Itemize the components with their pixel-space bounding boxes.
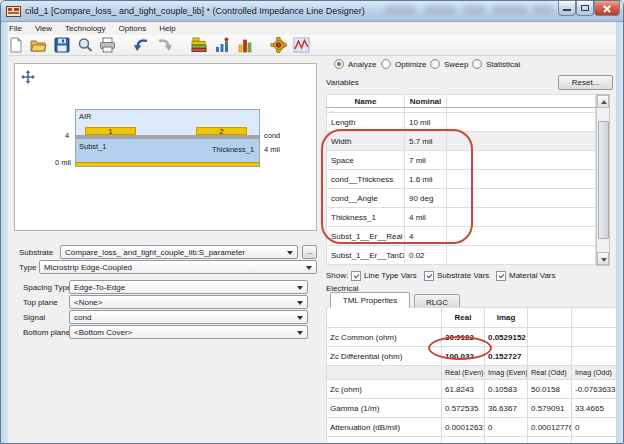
table-row: Gamma (1/m)0.572535 36.63670.57909133.46… — [327, 399, 618, 418]
electrical-tabs: TML Properties RLGC — [326, 292, 618, 308]
checkbox-material-vars-label[interactable]: Material Vars — [509, 271, 556, 280]
substrate-label: Substrate — [19, 248, 53, 257]
cross-section-canvas[interactable]: 1 2 AIR 4 cond Subst_1 Thickness_1 4 mil… — [14, 63, 317, 231]
close-button[interactable] — [594, 1, 620, 16]
scrollbar-thumb[interactable] — [598, 121, 609, 239]
col-header-name[interactable]: Name — [327, 95, 405, 108]
menu-technology[interactable]: Technology — [65, 24, 105, 33]
menu-file[interactable]: File — [9, 24, 22, 33]
chevron-down-icon — [297, 301, 303, 305]
variables-scrollbar[interactable] — [596, 94, 610, 266]
type-select[interactable]: Microstrip Edge-Coupled — [39, 260, 317, 274]
bottom-plane-select[interactable]: <Bottom Cover> — [69, 325, 308, 339]
analyze-chart-icon[interactable] — [212, 36, 231, 55]
trace-1[interactable]: 1 — [85, 127, 136, 135]
radio-sweep[interactable] — [430, 59, 440, 69]
signal-select[interactable]: cond — [69, 310, 308, 324]
reset-button[interactable]: Reset... — [558, 75, 613, 90]
scroll-up-button[interactable] — [597, 95, 609, 108]
menu-view[interactable]: View — [35, 24, 52, 33]
print-icon[interactable] — [98, 36, 117, 55]
scroll-down-button[interactable] — [597, 252, 609, 265]
redo-icon[interactable] — [155, 36, 174, 55]
trace-2[interactable]: 2 — [196, 127, 247, 135]
maximize-button[interactable] — [576, 1, 594, 16]
tab-rlgc[interactable]: RLGC — [414, 294, 460, 308]
redacted-blob — [463, 5, 485, 15]
substrate-select[interactable]: Compare_loss_ and_tight_couple_lib:S_par… — [60, 245, 298, 259]
chevron-down-icon — [306, 266, 312, 270]
cond-label: cond — [264, 131, 280, 140]
variables-section-label: Variables — [326, 78, 359, 87]
radio-statistical[interactable] — [472, 59, 482, 69]
window-title: cild_1 [Compare_loss_ and_tight_couple_l… — [25, 6, 365, 16]
substrate-browse-button[interactable]: ... — [302, 245, 317, 259]
table-row: Attenuation (dB/mil)0.000126314 00.00012… — [327, 418, 618, 437]
top-plane-select[interactable]: <None> — [69, 295, 308, 309]
redacted-blob — [493, 5, 527, 15]
thickness-value: 4 mil — [264, 145, 280, 154]
bottom-plane-label: Bottom plane — [23, 328, 70, 337]
title-bar: cild_1 [Compare_loss_ and_tight_couple_l… — [1, 1, 624, 22]
table-row: Zc (ohm)61.8243 0.1058350.0158-0.0763633 — [327, 380, 618, 399]
type-label: Type — [19, 263, 36, 272]
menu-help[interactable]: Help — [159, 24, 175, 33]
analysis-pane: Analyze Optimize Sweep Statistical Varia… — [326, 56, 618, 444]
spacing-type-select[interactable]: Edge-To-Edge — [69, 280, 308, 294]
table-row[interactable]: Width5.7 mil — [327, 132, 596, 151]
checkbox-substrate-vars-label[interactable]: Substrate Vars — [437, 271, 489, 280]
table-row[interactable]: Space7 mil — [327, 151, 596, 170]
save-icon[interactable] — [52, 36, 71, 55]
air-label: AIR — [79, 112, 92, 121]
table-row[interactable]: cond__Thickness1.6 mil — [327, 170, 596, 189]
col-header-nominal[interactable]: Nominal — [405, 95, 447, 108]
checkbox-line-type-vars[interactable] — [351, 271, 361, 281]
signal-label: Signal — [23, 313, 45, 322]
subst-label: Subst_1 — [79, 142, 107, 151]
checkbox-substrate-vars[interactable] — [424, 271, 434, 281]
new-document-icon[interactable] — [6, 36, 25, 55]
radio-analyze[interactable] — [334, 59, 344, 69]
show-row: Show: Line Type Vars Substrate Vars Mate… — [326, 270, 618, 282]
move-cursor-icon[interactable] — [21, 70, 35, 84]
table-row[interactable]: Subst_1__Er__TanD0.02 — [327, 246, 596, 265]
chevron-down-icon — [297, 316, 303, 320]
radio-optimize-label[interactable]: Optimize — [395, 60, 427, 69]
menu-options[interactable]: Options — [119, 24, 147, 33]
stackup-outline — [75, 109, 260, 167]
table-row[interactable]: cond__Angle90 deg — [327, 189, 596, 208]
open-folder-icon[interactable] — [29, 36, 48, 55]
table-row[interactable]: Thickness_14 mil — [327, 208, 596, 227]
thickness-label: Thickness_1 — [212, 145, 254, 154]
results-chart-icon[interactable] — [235, 36, 254, 55]
zoom-icon[interactable] — [75, 36, 94, 55]
radio-optimize[interactable] — [381, 59, 391, 69]
tml-properties-table: RealImag Zc Common (ohm)30.9122 0.052915… — [326, 307, 618, 444]
app-window: cild_1 [Compare_loss_ and_tight_couple_l… — [0, 0, 624, 444]
settings-gear-icon[interactable] — [269, 36, 288, 55]
substrate-stack-icon[interactable] — [189, 36, 208, 55]
tick-0: 0 mil — [55, 158, 71, 167]
variables-table: Name Nominal . Length10 mil Width5.7 mil… — [326, 94, 596, 265]
table-row: Attenuation (dB)0.00126314 00.00127760 — [327, 437, 618, 444]
tab-tml-properties[interactable]: TML Properties — [330, 292, 410, 308]
minimize-button[interactable] — [558, 1, 576, 16]
checkbox-line-type-vars-label[interactable]: Line Type Vars — [364, 271, 417, 280]
table-header-row: RealImag — [327, 308, 618, 328]
table-row: Zc Differential (ohm)100.032 0.152727 — [327, 347, 618, 366]
table-header-row: Real (Even)Imag (Even) Real (Odd)Imag (O… — [327, 366, 618, 380]
chevron-down-icon — [297, 286, 303, 290]
table-row[interactable]: Subst_1__Er__Real4 — [327, 227, 596, 246]
radio-statistical-label[interactable]: Statistical — [486, 60, 520, 69]
table-row[interactable]: Length10 mil — [327, 113, 596, 132]
chevron-down-icon — [287, 251, 293, 255]
top-plane-label: Top plane — [23, 298, 58, 307]
redacted-blob — [425, 5, 455, 15]
redacted-blob — [385, 5, 415, 15]
checkbox-material-vars[interactable] — [496, 271, 506, 281]
window-border-left — [1, 22, 8, 443]
undo-icon[interactable] — [132, 36, 151, 55]
radio-sweep-label[interactable]: Sweep — [444, 60, 468, 69]
plot-graph-icon[interactable] — [292, 36, 311, 55]
radio-analyze-label[interactable]: Analyze — [348, 60, 376, 69]
